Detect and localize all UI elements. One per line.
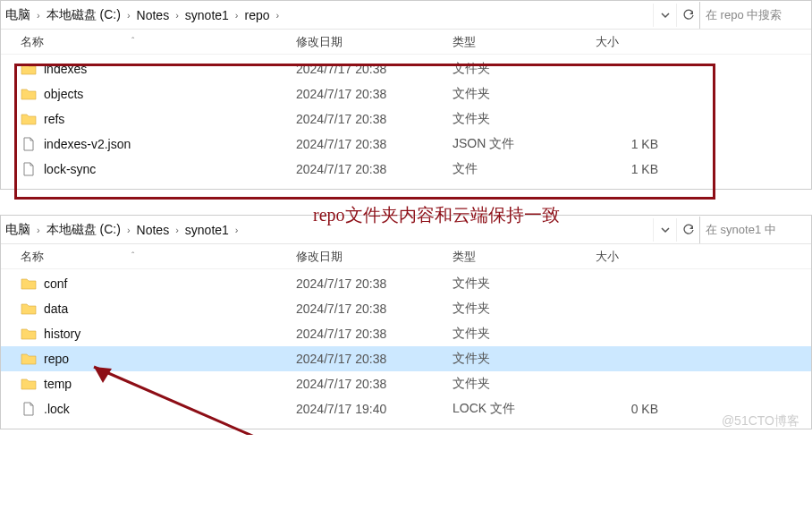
file-date: 2024/7/17 20:38: [296, 276, 453, 291]
chevron-right-icon: ›: [230, 10, 244, 21]
header-type[interactable]: 类型: [453, 249, 596, 265]
breadcrumb-segment[interactable]: repo: [244, 6, 271, 24]
file-type: 文件夹: [453, 326, 596, 342]
file-type: 文件夹: [453, 276, 596, 292]
file-date: 2024/7/17 20:38: [296, 62, 453, 76]
folder-icon: [21, 377, 37, 391]
file-name: repo: [44, 352, 69, 366]
file-date: 2024/7/17 20:38: [296, 137, 453, 151]
chevron-right-icon: ›: [170, 10, 184, 21]
file-type: 文件夹: [453, 376, 596, 392]
folder-icon: [21, 276, 37, 291]
file-list: indexes2024/7/17 20:38文件夹objects2024/7/1…: [1, 55, 811, 189]
chevron-right-icon: ›: [271, 10, 285, 21]
chevron-right-icon: ›: [31, 10, 46, 21]
list-item[interactable]: indexes2024/7/17 20:38文件夹: [1, 56, 811, 81]
list-item[interactable]: conf2024/7/17 20:38文件夹: [1, 271, 811, 296]
breadcrumb-segment[interactable]: 本地磁盘 (C:): [46, 5, 122, 25]
refresh-icon[interactable]: [676, 218, 699, 242]
file-size: 1 KB: [596, 162, 685, 176]
list-item[interactable]: history2024/7/17 20:38文件夹: [1, 321, 811, 346]
chevron-right-icon: ›: [122, 10, 136, 21]
header-date[interactable]: 修改日期: [296, 249, 453, 265]
file-name: conf: [44, 276, 67, 291]
header-size[interactable]: 大小: [596, 34, 685, 50]
list-item[interactable]: objects2024/7/17 20:38文件夹: [1, 81, 811, 106]
header-type[interactable]: 类型: [453, 34, 596, 50]
file-type: 文件: [453, 161, 596, 177]
file-size: 0 KB: [596, 402, 685, 416]
breadcrumb-segment[interactable]: 电脑: [4, 5, 31, 25]
refresh-icon[interactable]: [676, 4, 699, 27]
file-name: indexes-v2.json: [44, 137, 131, 151]
chevron-right-icon: ›: [230, 225, 244, 235]
address-bar: 电脑›本地磁盘 (C:)›Notes›synote1›repo› 在 repo …: [1, 1, 811, 30]
breadcrumb-segment[interactable]: synote1: [184, 6, 230, 24]
chevron-right-icon: ›: [31, 225, 46, 235]
sort-caret-icon: ˆ: [131, 37, 134, 47]
file-name: .lock: [44, 402, 70, 416]
file-date: 2024/7/17 20:38: [296, 302, 453, 316]
breadcrumb-segment[interactable]: synote1: [184, 221, 230, 239]
list-item[interactable]: data2024/7/17 20:38文件夹: [1, 296, 811, 321]
header-name[interactable]: 名称: [21, 34, 44, 50]
breadcrumb[interactable]: 电脑›本地磁盘 (C:)›Notes›synote1›: [1, 220, 653, 240]
file-icon: [21, 402, 37, 416]
explorer-window-repo: 电脑›本地磁盘 (C:)›Notes›synote1›repo› 在 repo …: [0, 0, 812, 190]
column-headers[interactable]: 名称ˆ 修改日期 类型 大小: [1, 244, 811, 269]
address-bar: 电脑›本地磁盘 (C:)›Notes›synote1› 在 synote1 中: [1, 216, 811, 244]
file-type: 文件夹: [453, 61, 596, 77]
folder-icon: [21, 302, 37, 316]
file-icon: [21, 137, 37, 151]
list-item[interactable]: indexes-v2.json2024/7/17 20:38JSON 文件1 K…: [1, 132, 811, 157]
file-type: 文件夹: [453, 351, 596, 367]
header-date[interactable]: 修改日期: [296, 34, 453, 50]
folder-icon: [21, 62, 37, 76]
chevron-right-icon: ›: [122, 225, 136, 235]
explorer-window-synote1: 电脑›本地磁盘 (C:)›Notes›synote1› 在 synote1 中 …: [0, 215, 812, 429]
list-item[interactable]: lock-sync2024/7/17 20:38文件1 KB: [1, 157, 811, 182]
folder-icon: [21, 327, 37, 341]
file-name: refs: [44, 112, 64, 126]
file-type: JSON 文件: [453, 136, 596, 152]
file-date: 2024/7/17 20:38: [296, 87, 453, 101]
chevron-right-icon: ›: [170, 225, 184, 235]
header-size[interactable]: 大小: [596, 249, 685, 265]
header-name[interactable]: 名称: [21, 249, 44, 265]
list-item[interactable]: repo2024/7/17 20:38文件夹: [1, 346, 811, 371]
file-name: history: [44, 327, 80, 341]
file-icon: [21, 162, 37, 176]
folder-icon: [21, 352, 37, 366]
list-item[interactable]: temp2024/7/17 20:38文件夹: [1, 371, 811, 396]
folder-icon: [21, 112, 37, 126]
file-date: 2024/7/17 20:38: [296, 327, 453, 341]
file-name: temp: [44, 377, 72, 391]
file-size: 1 KB: [596, 137, 685, 151]
breadcrumb-segment[interactable]: Notes: [136, 6, 171, 24]
history-dropdown-icon[interactable]: [653, 218, 676, 242]
list-item[interactable]: refs2024/7/17 20:38文件夹: [1, 106, 811, 132]
breadcrumb[interactable]: 电脑›本地磁盘 (C:)›Notes›synote1›repo›: [1, 5, 653, 25]
file-name: data: [44, 302, 68, 316]
search-input[interactable]: 在 synote1 中: [699, 217, 811, 243]
file-name: lock-sync: [44, 162, 96, 176]
file-date: 2024/7/17 19:40: [296, 402, 453, 416]
history-dropdown-icon[interactable]: [653, 4, 676, 27]
file-date: 2024/7/17 20:38: [296, 162, 453, 176]
column-headers[interactable]: 名称ˆ 修改日期 类型 大小: [1, 30, 811, 55]
sort-caret-icon: ˆ: [131, 251, 134, 261]
file-type: 文件夹: [453, 86, 596, 102]
file-name: objects: [44, 87, 83, 101]
file-date: 2024/7/17 20:38: [296, 352, 453, 366]
list-item[interactable]: .lock2024/7/17 19:40LOCK 文件0 KB: [1, 396, 811, 421]
search-input[interactable]: 在 repo 中搜索: [699, 2, 811, 29]
file-list: conf2024/7/17 20:38文件夹data2024/7/17 20:3…: [1, 269, 811, 429]
breadcrumb-segment[interactable]: 电脑: [4, 220, 31, 240]
file-type: 文件夹: [453, 111, 596, 127]
file-date: 2024/7/17 20:38: [296, 112, 453, 126]
file-name: indexes: [44, 62, 87, 76]
file-date: 2024/7/17 20:38: [296, 377, 453, 391]
breadcrumb-segment[interactable]: Notes: [136, 221, 171, 239]
breadcrumb-segment[interactable]: 本地磁盘 (C:): [46, 220, 122, 240]
file-type: LOCK 文件: [453, 401, 596, 417]
